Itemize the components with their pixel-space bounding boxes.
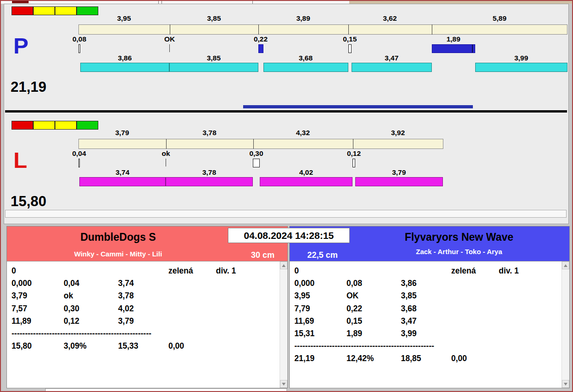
table-row: 0zelenádiv. 1 — [290, 265, 561, 277]
split-time-label: 3,89 — [258, 15, 348, 22]
change-marker — [166, 159, 166, 166]
table-row: 3,79ok3,78 — [7, 290, 279, 302]
table-cell: OK — [346, 290, 401, 302]
table-cell: 3,47 — [401, 315, 451, 327]
change-markers-row — [4, 44, 568, 53]
split-time-label: 5,89 — [432, 15, 568, 22]
change-marker — [352, 159, 355, 167]
run-bar — [475, 63, 567, 72]
run-time-label: 3,86 — [80, 54, 169, 62]
legend-box — [55, 6, 77, 15]
table-cell: 0,000 — [12, 277, 64, 290]
table-cell — [216, 290, 279, 302]
run-bar — [166, 177, 253, 186]
change-time-label: 1,89 — [439, 36, 468, 43]
table-cell: 0,30 — [64, 303, 118, 315]
table-cell: 7,79 — [294, 303, 346, 315]
table-cell: 15,31 — [294, 327, 346, 340]
lane-total-time: 15,80 — [11, 194, 47, 208]
table-row: 3,95OK3,85 — [290, 290, 561, 302]
table-cell: 3,95 — [294, 290, 346, 302]
run-bar — [79, 177, 166, 186]
table-cell: 3,79 — [118, 315, 168, 327]
table-row: 15,311,893,99 — [290, 327, 561, 340]
split-time-label: 3,79 — [78, 129, 166, 137]
triangle-up-icon — [564, 264, 567, 267]
table-scrollbar[interactable] — [280, 261, 287, 388]
table-cell: div. 1 — [216, 265, 279, 277]
triangle-down-icon — [564, 383, 567, 386]
table-cell — [499, 290, 561, 302]
split-tick — [166, 139, 167, 149]
table-cell: 3,68 — [401, 303, 451, 315]
change-time-label: 0,12 — [339, 150, 369, 157]
table-cell: 0,00 — [168, 340, 216, 352]
table-cell: 0,12 — [64, 315, 118, 327]
table-cell — [499, 327, 561, 340]
scroll-down-button[interactable] — [562, 380, 569, 388]
legend-box — [12, 6, 33, 15]
run-time-label: 3,99 — [475, 54, 567, 62]
legend-box — [77, 121, 98, 130]
table-cell: 18,85 — [401, 352, 451, 365]
table-cell: ok — [64, 290, 118, 302]
run-bar — [355, 177, 443, 186]
results-rows: 0zelenádiv. 10,0000,083,863,95OK3,857,79… — [290, 261, 561, 388]
run-time-label: 3,68 — [263, 54, 348, 62]
split-time-label: 4,32 — [253, 129, 353, 137]
run-bar — [260, 177, 352, 186]
table-cell: div. 1 — [499, 265, 561, 277]
table-row: 7,790,223,68 — [290, 303, 561, 315]
bottom-status-field — [45, 388, 287, 392]
table-cell — [168, 277, 216, 290]
table-cell — [499, 315, 561, 327]
table-cell: zelená — [451, 265, 499, 277]
split-tick — [432, 24, 432, 35]
team-members: Winky - Cammi - Mitty - Lili — [7, 250, 229, 258]
results-rows: 0zelenádiv. 10,0000,043,743,79ok3,787,57… — [7, 261, 279, 388]
table-cell — [451, 303, 499, 315]
table-cell: 11,89 — [12, 315, 64, 327]
table-cell — [168, 290, 216, 302]
split-time-label: 3,95 — [78, 15, 170, 22]
table-cell: 3,86 — [401, 277, 451, 290]
run-bars-row — [4, 177, 568, 186]
team-results-table: 0zelenádiv. 10,0000,083,863,95OK3,857,79… — [290, 261, 569, 388]
run-times-row: 3,863,853,683,473,99 — [4, 54, 568, 62]
split-time-label: 3,85 — [170, 15, 259, 22]
scroll-down-button[interactable] — [280, 380, 287, 388]
lane-letter: L — [13, 149, 27, 172]
split-tick — [258, 24, 259, 35]
status-strip — [5, 210, 567, 218]
table-cell: 3,74 — [118, 277, 168, 290]
table-cell: 15,80 — [12, 340, 64, 352]
table-cell — [216, 315, 279, 327]
change-marker — [78, 44, 80, 53]
scroll-up-button[interactable] — [562, 261, 569, 269]
lane-P: 3,953,853,893,625,89 0,08OK0,220,151,89 … — [4, 5, 568, 111]
lane-letter: P — [13, 35, 29, 57]
run-times-row: 3,743,784,023,79 — [4, 169, 568, 176]
table-row: 0zelenádiv. 1 — [7, 265, 279, 277]
table-row: 7,570,304,02 — [7, 303, 279, 315]
run-bar — [352, 63, 432, 72]
team-panel-right: Flyvaryors New Wave Zack - Arthur - Toko… — [289, 226, 570, 388]
table-scrollbar[interactable] — [561, 261, 569, 388]
progress-underbar — [243, 105, 473, 108]
table-cell: 3,79 — [12, 290, 64, 302]
table-cell — [216, 277, 279, 290]
change-times-row: 0,08OK0,220,151,89 — [4, 36, 568, 43]
table-cell: 0,04 — [64, 277, 118, 290]
change-marker — [78, 159, 80, 167]
jump-height: 22,5 cm — [307, 250, 338, 260]
split-time-label: 3,62 — [348, 15, 432, 22]
split-bar — [78, 24, 567, 35]
table-cell: 21,19 — [294, 352, 346, 365]
table-cell: 3,99 — [401, 327, 451, 340]
split-tick — [170, 24, 170, 35]
scroll-up-button[interactable] — [280, 261, 287, 269]
table-cell — [118, 265, 168, 277]
table-cell — [401, 265, 451, 277]
change-time-label: 0,22 — [246, 36, 275, 43]
change-time-label: 0,15 — [335, 36, 364, 43]
